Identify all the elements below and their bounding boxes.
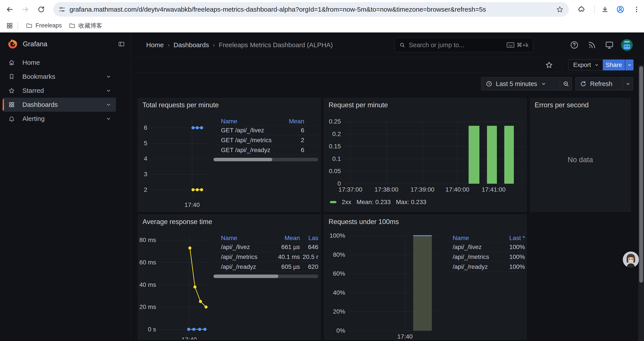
sidebar-item-bookmarks[interactable]: Bookmarks xyxy=(3,70,116,84)
gridline xyxy=(344,184,524,184)
sidebar-item-dashboards[interactable]: Dashboards xyxy=(3,98,116,112)
user-avatar[interactable] xyxy=(621,39,633,51)
chevron-down-icon[interactable] xyxy=(106,116,112,122)
help-icon[interactable] xyxy=(568,39,580,51)
clock-icon xyxy=(486,81,492,87)
refresh-icon xyxy=(580,81,586,87)
legend-series-name[interactable]: /api/_/livez xyxy=(453,244,501,251)
legend-series-name[interactable]: /api/_/metrics xyxy=(453,253,501,260)
legend-swatch xyxy=(330,201,336,203)
scrollbar-thumb[interactable] xyxy=(639,66,643,283)
profile-icon[interactable] xyxy=(616,5,625,14)
search-box[interactable]: ⌘+k xyxy=(394,38,533,52)
sidebar-item-label: Bookmarks xyxy=(22,73,55,80)
legend-row: /api/_/metrics100% xyxy=(445,252,525,262)
breadcrumb-item[interactable]: Dashboards xyxy=(174,41,209,49)
legend-header-name[interactable]: Name xyxy=(453,235,501,242)
share-button[interactable]: Share xyxy=(603,60,625,71)
sidebar-item-home[interactable]: Home xyxy=(3,56,116,70)
bookmark-star-icon[interactable] xyxy=(556,6,564,13)
legend-series-name[interactable]: GET /api/_/metrics xyxy=(221,137,283,144)
assistant-avatar[interactable] xyxy=(623,251,639,268)
reload-icon[interactable] xyxy=(36,5,46,14)
chevron-down-icon[interactable] xyxy=(106,102,112,108)
legend-table: NameMeanLas/api/_/livez661 µs646/api/_/m… xyxy=(214,234,318,278)
rss-icon[interactable] xyxy=(586,39,598,51)
legend-header-name[interactable]: Name xyxy=(221,118,283,125)
y-axis-label: 60 ms xyxy=(138,259,156,266)
scrollbar-thumb[interactable] xyxy=(214,274,278,278)
monitor-icon[interactable] xyxy=(604,39,615,51)
legend-series-name[interactable]: GET /api/_/livez xyxy=(221,127,283,134)
legend-hscrollbar[interactable] xyxy=(214,158,318,161)
apps-grid-icon[interactable] xyxy=(6,22,13,29)
chevron-down-icon xyxy=(541,81,546,87)
bookmark-folder-label: Freeleaps xyxy=(36,22,62,29)
request-per-minute-chart[interactable]: 0.250.20.150.10.05017:37:0017:38:0017:39… xyxy=(324,98,526,212)
legend-value: 6 xyxy=(283,127,304,134)
legend-header-last-[interactable]: Last * xyxy=(501,235,525,242)
x-axis-label: 17:40 xyxy=(386,333,424,340)
legend-series-name[interactable]: GET /api/_/readyz xyxy=(221,147,283,154)
legend-series-name[interactable]: 2xx xyxy=(342,199,351,206)
no-data-message: No data xyxy=(530,156,630,164)
bell-icon xyxy=(8,115,15,122)
favorite-star-icon[interactable] xyxy=(544,60,554,70)
forward-arrow-icon[interactable] xyxy=(20,5,30,14)
brand-name[interactable]: Grafana xyxy=(23,40,47,48)
back-arrow-icon[interactable] xyxy=(5,5,14,14)
legend-row: /api/_/livez100% xyxy=(445,242,525,252)
grafana-logo-icon[interactable] xyxy=(8,39,18,49)
chevron-down-icon[interactable] xyxy=(106,74,112,80)
bookmark-folder-label: 收藏博客 xyxy=(78,22,102,30)
export-button[interactable]: Export xyxy=(568,60,604,71)
refresh-button[interactable]: Refresh xyxy=(576,78,623,90)
panel-requests-under-100ms: Requests under 100ms 100%80%60%40%20%0%1… xyxy=(324,215,527,340)
download-icon[interactable] xyxy=(600,5,610,14)
panel-errors-per-second: Errors per second No data xyxy=(530,98,631,212)
time-range-button[interactable]: Last 5 minutes xyxy=(481,78,560,90)
requests-under-100ms-chart[interactable]: 100%80%60%40%20%0%17:40 xyxy=(324,215,526,339)
legend-value: 646 xyxy=(300,244,318,251)
kebab-menu-icon[interactable] xyxy=(632,5,641,14)
share-dropdown-button[interactable] xyxy=(625,60,634,71)
main-area: Home›Dashboards›Freeleaps Metrics Dashbo… xyxy=(131,33,644,341)
y-axis-label: 60% xyxy=(324,270,345,277)
legend-header-mean[interactable]: Mean xyxy=(270,235,300,242)
refresh-interval-dropdown[interactable] xyxy=(623,78,633,90)
legend-header-row: NameMeanLas xyxy=(214,234,318,242)
legend-header-mean[interactable]: Mean xyxy=(283,118,304,125)
y-axis-label: 2 xyxy=(138,186,147,194)
vertical-scrollbar[interactable] xyxy=(638,65,644,341)
sidebar-item-alerting[interactable]: Alerting xyxy=(3,112,116,126)
legend-hscrollbar[interactable] xyxy=(214,274,318,278)
sidebar-item-starred[interactable]: Starred xyxy=(3,84,116,98)
legend-end-line xyxy=(214,272,318,272)
chevron-down-icon[interactable] xyxy=(106,88,112,94)
bookmark-folder-freeleaps[interactable]: Freeleaps xyxy=(22,21,65,31)
bookmark-folder-blogs[interactable]: 收藏博客 xyxy=(65,20,106,31)
x-axis-label: 17:40 xyxy=(170,336,208,340)
legend-header-name[interactable]: Name xyxy=(221,235,270,242)
zoom-out-button[interactable] xyxy=(560,78,572,90)
site-controls-icon[interactable] xyxy=(58,6,66,13)
home-icon xyxy=(8,59,15,66)
y-axis-label: 0.2 xyxy=(324,130,341,138)
omnibox[interactable] xyxy=(53,2,569,17)
extensions-puzzle-icon[interactable] xyxy=(576,5,586,14)
breadcrumb-item[interactable]: Home xyxy=(146,41,164,49)
legend-series-name[interactable]: /api/_/readyz xyxy=(221,263,270,270)
legend-series-name[interactable]: /api/_/livez xyxy=(221,244,270,251)
legend-stat-mean: Mean: 0.233 xyxy=(357,199,391,206)
y-axis-label: 20% xyxy=(324,308,345,315)
legend-series-name[interactable]: /api/_/metrics xyxy=(221,253,270,260)
search-input[interactable] xyxy=(409,42,503,49)
url-input[interactable] xyxy=(70,6,552,13)
legend-header-las[interactable]: Las xyxy=(300,235,318,242)
legend-series-name[interactable]: /api/_/readyz xyxy=(453,263,501,270)
scrollbar-thumb[interactable] xyxy=(214,158,272,161)
panel-title[interactable]: Errors per second xyxy=(534,101,588,109)
legend-value: 100% xyxy=(501,263,525,270)
sidebar-collapse-icon[interactable] xyxy=(116,39,126,49)
legend-row: /api/_/livez661 µs646 xyxy=(214,242,318,252)
